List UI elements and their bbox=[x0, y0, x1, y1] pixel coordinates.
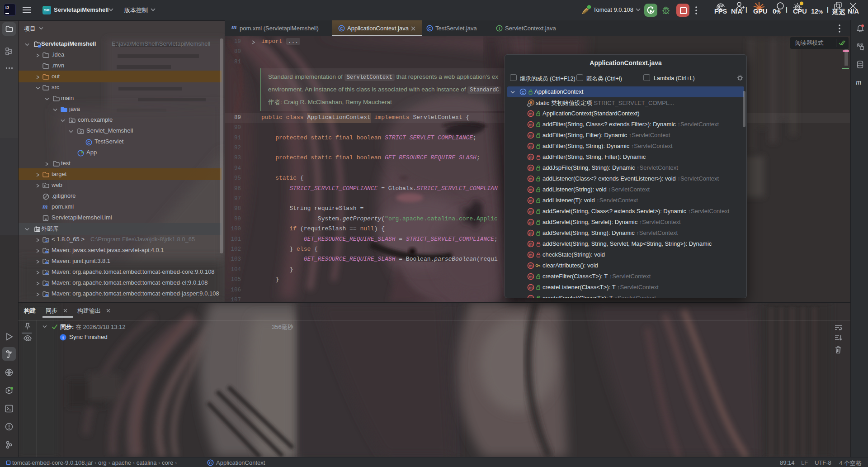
svg-text:m: m bbox=[529, 122, 533, 127]
svg-text:m: m bbox=[529, 133, 533, 138]
svg-text:m: m bbox=[529, 274, 533, 279]
svg-text:m: m bbox=[529, 285, 533, 290]
svg-text:m: m bbox=[529, 111, 533, 116]
svg-text:m: m bbox=[529, 144, 533, 149]
svg-text:C: C bbox=[209, 461, 212, 465]
svg-text:m: m bbox=[529, 176, 533, 181]
svg-text:C: C bbox=[522, 90, 525, 95]
svg-text:m: m bbox=[529, 198, 533, 203]
svg-text:m: m bbox=[529, 253, 533, 257]
svg-text:m: m bbox=[529, 242, 533, 247]
svg-text:m: m bbox=[529, 166, 533, 171]
svg-text:m: m bbox=[529, 263, 533, 268]
svg-text:m: m bbox=[529, 220, 533, 225]
svg-text:m: m bbox=[529, 187, 533, 192]
svg-text:i: i bbox=[62, 335, 64, 340]
svg-text:C: C bbox=[428, 26, 431, 31]
svg-text:m: m bbox=[529, 209, 533, 214]
svg-text:m: m bbox=[529, 155, 533, 160]
svg-text:I: I bbox=[499, 26, 500, 31]
svg-text:m: m bbox=[529, 231, 533, 236]
svg-text:C: C bbox=[87, 140, 90, 145]
svg-text:C: C bbox=[340, 26, 343, 31]
svg-text:m: m bbox=[529, 296, 533, 299]
